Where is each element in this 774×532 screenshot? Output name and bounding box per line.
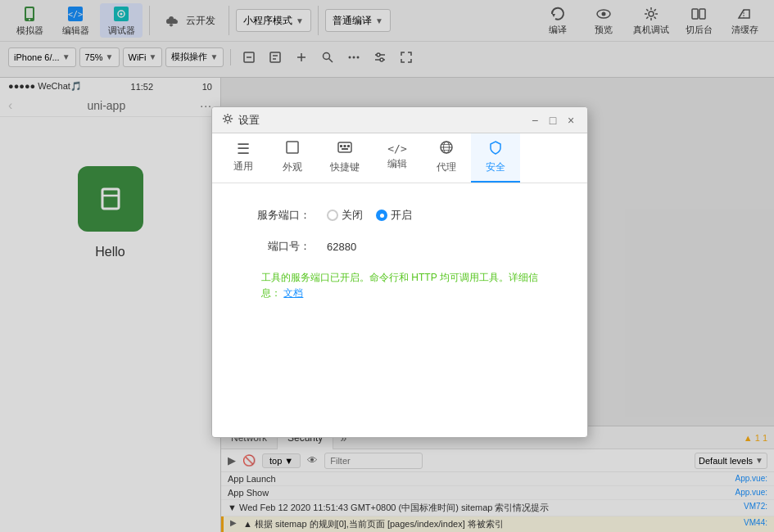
- info-link[interactable]: 文档: [283, 287, 303, 299]
- dialog-titlebar: 设置 − □ ×: [212, 107, 587, 133]
- server-port-label: 服务端口：: [245, 208, 310, 223]
- app-container: 模拟器 </> 编辑器: [0, 0, 774, 532]
- dialog-maximize-btn[interactable]: □: [546, 114, 559, 127]
- tab-proxy[interactable]: 代理: [422, 133, 471, 183]
- proxy-icon: [439, 140, 454, 157]
- port-number-row: 端口号： 62880: [245, 239, 554, 254]
- svg-rect-41: [347, 145, 350, 147]
- radio-on[interactable]: 开启: [376, 208, 412, 223]
- info-text: 工具的服务端口已开启。命令行和 HTTP 均可调用工具。详细信息： 文档: [245, 270, 554, 301]
- tab-security-dialog[interactable]: 安全: [471, 133, 520, 183]
- security-icon: [488, 140, 503, 157]
- svg-rect-42: [342, 148, 348, 150]
- svg-rect-37: [287, 142, 298, 153]
- editor-tab-icon: </>: [387, 143, 406, 154]
- dialog-title: 设置: [222, 113, 260, 128]
- radio-on-circle: [376, 210, 387, 221]
- dialog-tabs: ☰ 通用 外观 快捷键 </> 编辑: [212, 133, 587, 183]
- tab-editor[interactable]: </> 编辑: [373, 133, 422, 183]
- shortcuts-icon: [337, 140, 352, 157]
- tab-appearance[interactable]: 外观: [268, 133, 317, 183]
- settings-dialog: 设置 − □ × ☰ 通用: [211, 106, 588, 438]
- appearance-icon: [285, 140, 300, 157]
- dialog-title-controls: − □ ×: [528, 114, 577, 127]
- radio-off-circle: [327, 210, 338, 221]
- dialog-close-btn[interactable]: ×: [564, 114, 577, 127]
- info-text-block: 工具的服务端口已开启。命令行和 HTTP 均可调用工具。详细信息： 文档: [245, 270, 554, 301]
- svg-point-36: [225, 116, 229, 120]
- general-icon: ☰: [237, 142, 250, 156]
- server-port-options: 关闭 开启: [327, 208, 412, 223]
- settings-icon: [222, 113, 233, 127]
- radio-off[interactable]: 关闭: [327, 208, 363, 223]
- port-label: 端口号：: [245, 239, 310, 254]
- port-value: 62880: [327, 241, 356, 253]
- svg-rect-39: [340, 145, 342, 147]
- tab-shortcuts[interactable]: 快捷键: [317, 133, 373, 183]
- dialog-minimize-btn[interactable]: −: [528, 114, 541, 127]
- dialog-content: 服务端口： 关闭 开启 端口号： 62880: [212, 183, 587, 326]
- svg-rect-40: [344, 145, 346, 147]
- server-port-row: 服务端口： 关闭 开启: [245, 208, 554, 223]
- tab-general[interactable]: ☰ 通用: [219, 133, 268, 183]
